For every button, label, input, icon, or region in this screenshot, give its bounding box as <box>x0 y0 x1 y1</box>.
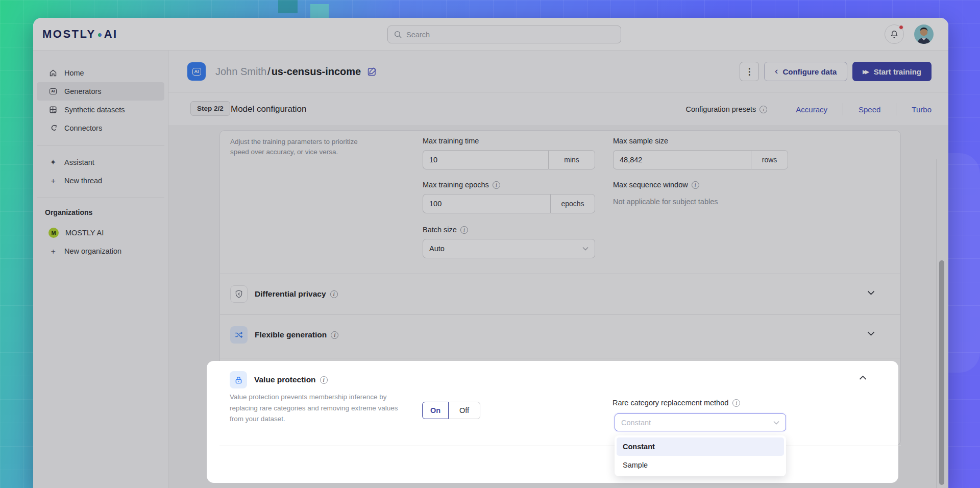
info-icon[interactable]: i <box>330 290 338 298</box>
shield-epsilon-icon <box>230 285 248 303</box>
max-training-time-unit: mins <box>548 150 595 169</box>
rare-category-label: Rare category replacement method i <box>612 399 740 407</box>
info-icon[interactable]: i <box>331 331 338 339</box>
sidebar-item-assistant[interactable]: ✦ Assistant <box>37 153 164 172</box>
sidebar-item-label: Connectors <box>64 124 102 132</box>
logo-text-right: AI <box>104 28 118 41</box>
max-sample-size-input[interactable] <box>613 150 751 169</box>
app-window: MOSTLY AI <box>33 18 948 488</box>
chevron-up-icon[interactable] <box>859 375 867 380</box>
sidebar-item-synthetic-datasets[interactable]: Synthetic datasets <box>37 101 164 119</box>
global-search[interactable] <box>387 26 621 43</box>
differential-privacy-label: Differential privacy i <box>255 274 338 314</box>
config-title: Model configuration <box>231 92 306 126</box>
plus-icon: ＋ <box>48 176 58 186</box>
value-protection-section: Value protection i Value protection prev… <box>207 361 898 483</box>
edit-name-icon[interactable] <box>367 66 377 77</box>
user-avatar[interactable] <box>914 25 934 44</box>
logo-text-left: MOSTLY <box>42 28 96 41</box>
sidebar: Home AI Generators Synthetic datasets Co… <box>33 51 168 488</box>
card-bottom-border <box>219 446 901 446</box>
rare-category-dropdown: Constant Sample <box>615 435 786 476</box>
home-icon <box>48 69 58 77</box>
chevron-down-icon[interactable] <box>867 331 875 336</box>
max-training-epochs-field: epochs <box>423 194 595 213</box>
configure-data-button[interactable]: ‹ Configure data <box>764 62 847 81</box>
preset-speed[interactable]: Speed <box>843 105 896 114</box>
value-protection-header[interactable]: Value protection i <box>254 371 328 388</box>
bell-icon <box>890 30 899 39</box>
generator-name: us-census-income <box>272 66 361 78</box>
sidebar-item-label: New thread <box>64 177 102 185</box>
notification-dot <box>899 25 903 30</box>
page-title: John Smith / us-census-income <box>215 51 377 92</box>
info-icon[interactable]: i <box>732 399 740 407</box>
chip-ai-icon: AI <box>48 88 58 94</box>
differential-privacy-section[interactable]: Differential privacy i <box>220 274 900 314</box>
configuration-presets: Configuration presets i Accuracy Speed T… <box>685 92 932 126</box>
scrollbar[interactable] <box>939 260 944 485</box>
app-header: MOSTLY AI <box>33 18 948 51</box>
sidebar-item-home[interactable]: Home <box>37 64 164 82</box>
max-sequence-window-label: Max sequence window i <box>613 181 699 189</box>
sidebar-item-new-thread[interactable]: ＋ New thread <box>37 172 164 190</box>
dropdown-option-constant[interactable]: Constant <box>617 437 784 456</box>
info-icon[interactable]: i <box>760 106 767 113</box>
presets-label: Configuration presets i <box>685 105 767 113</box>
chevron-down-icon[interactable] <box>867 290 875 296</box>
start-training-button[interactable]: ▶▶ Start training <box>852 62 932 81</box>
batch-size-select[interactable]: Auto <box>423 239 595 258</box>
preset-accuracy[interactable]: Accuracy <box>780 105 843 114</box>
chevron-left-icon: ‹ <box>775 65 778 77</box>
sidebar-item-label: New organization <box>64 247 121 255</box>
toggle-off-button[interactable]: Off <box>449 402 480 419</box>
info-icon[interactable]: i <box>320 376 328 384</box>
sidebar-item-label: Assistant <box>64 158 94 166</box>
value-protection-description: Value protection prevents membership inf… <box>230 392 401 425</box>
fast-forward-icon: ▶▶ <box>863 69 867 75</box>
info-icon[interactable]: i <box>460 226 468 234</box>
section-divider <box>220 358 900 358</box>
scrollbar-gutter <box>936 159 937 488</box>
chevron-down-icon <box>773 421 779 425</box>
flexible-generation-label: Flexible generation i <box>255 314 338 355</box>
info-icon[interactable]: i <box>493 181 500 189</box>
configure-data-label: Configure data <box>782 67 837 76</box>
step-badge: Step 2/2 <box>190 101 230 116</box>
rare-category-select[interactable]: Constant <box>615 413 786 431</box>
preset-turbo[interactable]: Turbo <box>896 105 932 114</box>
decor-square <box>278 0 298 13</box>
generator-chip-icon: AI <box>187 62 206 81</box>
value-protection-toggle: On Off <box>422 402 480 419</box>
max-training-time-label: Max training time <box>423 137 479 145</box>
max-training-epochs-unit: epochs <box>550 194 595 213</box>
sidebar-item-new-organization[interactable]: ＋ New organization <box>37 242 164 260</box>
notifications-button[interactable] <box>885 25 904 44</box>
dropdown-option-sample[interactable]: Sample <box>617 456 784 474</box>
datasets-grid-icon <box>48 106 58 114</box>
search-input[interactable] <box>406 31 615 39</box>
sidebar-item-connectors[interactable]: Connectors <box>37 119 164 137</box>
max-sample-size-field: rows <box>613 150 788 169</box>
max-training-time-field: mins <box>423 150 595 169</box>
sidebar-item-label: Generators <box>64 87 102 95</box>
toggle-on-button[interactable]: On <box>422 402 449 419</box>
sidebar-divider <box>37 145 164 145</box>
info-icon[interactable]: i <box>692 181 699 189</box>
max-training-time-input[interactable] <box>423 150 548 169</box>
sidebar-item-generators[interactable]: AI Generators <box>37 82 164 101</box>
max-training-epochs-input[interactable] <box>423 194 550 213</box>
start-training-label: Start training <box>874 67 921 76</box>
training-description: Adjust the training parameters to priori… <box>230 137 363 157</box>
owner-name: John Smith <box>215 66 266 78</box>
mostly-ai-logo[interactable]: MOSTLY AI <box>42 18 118 51</box>
flexible-generation-section[interactable]: Flexible generation i <box>220 314 900 355</box>
sidebar-item-label: Synthetic datasets <box>64 106 125 114</box>
search-icon <box>394 31 402 38</box>
max-sample-size-unit: rows <box>751 150 788 169</box>
sidebar-item-org-mostly-ai[interactable]: M MOSTLY AI <box>37 224 164 242</box>
max-sequence-window-note: Not applicable for subject tables <box>613 198 718 206</box>
more-options-button[interactable]: ⋮ <box>740 62 759 81</box>
shuffle-icon <box>230 326 248 344</box>
plus-icon: ＋ <box>48 247 58 256</box>
